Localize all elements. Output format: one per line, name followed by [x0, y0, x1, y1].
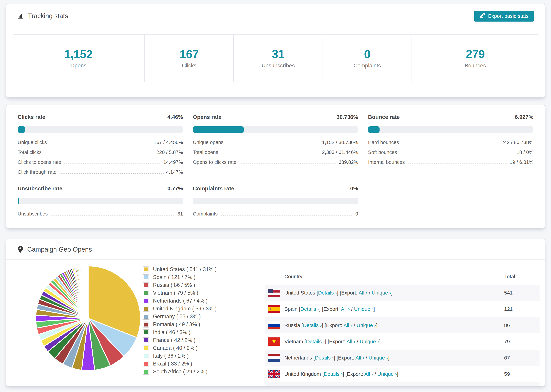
country-flag-nl — [268, 354, 280, 362]
stat-label: Unsubscribes — [262, 63, 295, 69]
legend-item[interactable]: Italy ( 36 / 2% ) — [143, 353, 249, 359]
legend-item[interactable]: South Africa ( 29 / 2% ) — [143, 369, 249, 375]
legend-item[interactable]: Vietnam ( 79 / 5% ) — [143, 290, 249, 296]
export-unique-link[interactable]: Unique › — [372, 290, 391, 295]
legend-item[interactable]: Spain ( 121 / 7% ) — [143, 274, 249, 280]
tracking-stats-card: Tracking stats Export basic stats 1,152O… — [6, 4, 545, 98]
row-value: 31 — [177, 211, 183, 217]
legend-item[interactable]: United States ( 541 / 31% ) — [143, 266, 249, 273]
rate-rows: Unsubscribes31 — [18, 211, 183, 221]
progress-fill — [18, 198, 19, 204]
export-all-link[interactable]: All › — [364, 371, 373, 377]
legend-item[interactable]: India ( 46 / 3% ) — [143, 329, 249, 335]
country-name: Vietnam — [284, 339, 304, 344]
row-value: 0 — [355, 211, 358, 217]
legend-label: United Kingdom ( 59 / 3% ) — [153, 306, 217, 312]
legend-label: South Africa ( 29 / 2% ) — [153, 369, 208, 375]
export-all-link[interactable]: All › — [343, 322, 352, 328]
row-label: Unique clicks — [18, 140, 47, 145]
export-icon — [480, 13, 485, 20]
export-all-link[interactable]: All › — [355, 355, 364, 361]
dotted-leader — [60, 173, 164, 174]
table-row-us: United States [Details ›] [Export: All ›… — [265, 285, 540, 301]
country-row-text: Vietnam [Details ›] [Export: All › / Uni… — [284, 339, 380, 344]
row-label: Total clicks — [18, 149, 42, 155]
geo-legend: United States ( 541 / 31% )Spain ( 121 /… — [143, 266, 249, 377]
total-value: 86 — [504, 317, 540, 333]
rate-rows: Unique clicks167 / 4.456%Total clicks220… — [18, 140, 183, 179]
country-flag-us — [268, 289, 280, 297]
pie-slice-other[interactable] — [88, 266, 88, 318]
export-unique-link[interactable]: Unique › — [360, 339, 379, 344]
country-name: United Kingdom — [284, 371, 322, 377]
country-name: Spain — [284, 306, 299, 312]
export-all-link[interactable]: All › — [359, 290, 367, 295]
stat-row: Internal bounces19 / 6.81% — [368, 159, 533, 169]
row-value: 4.147% — [166, 169, 183, 175]
dotted-leader — [221, 215, 353, 216]
details-link[interactable]: Details › — [306, 339, 325, 344]
export-unique-link[interactable]: Unique › — [357, 322, 376, 328]
stat-label: Clicks — [182, 63, 197, 69]
rate-rows: Unique opens1,152 / 30.736%Total opens2,… — [193, 140, 358, 169]
legend-item[interactable]: Netherlands ( 67 / 4% ) — [143, 298, 249, 304]
legend-item[interactable]: Germany ( 55 / 3% ) — [143, 314, 249, 320]
row-value: 1,152 / 30.736% — [322, 140, 358, 145]
legend-item[interactable]: France ( 42 / 2% ) — [143, 337, 249, 343]
rate-head: Complaints rate0% — [193, 185, 358, 192]
details-link[interactable]: Details › — [303, 322, 322, 328]
row-label: Unique opens — [193, 140, 224, 145]
stat-cell-opens: 1,152Opens — [12, 35, 145, 82]
country-cell: Spain [Details ›] [Export: All › / Uniqu… — [265, 301, 504, 317]
country-cell: Russia [Details ›] [Export: All › / Uniq… — [265, 317, 504, 333]
export-unique-link[interactable]: Unique › — [369, 355, 388, 361]
export-basic-stats-button[interactable]: Export basic stats — [474, 11, 534, 21]
legend-swatch — [143, 337, 149, 343]
dotted-leader — [408, 163, 507, 164]
legend-label: France ( 42 / 2% ) — [153, 337, 195, 343]
row-label: Internal bounces — [368, 159, 405, 165]
stat-cell-unsubscribes: 31Unsubscribes — [234, 35, 323, 82]
legend-swatch — [143, 274, 149, 280]
progress-bar — [18, 126, 183, 133]
export-all-link[interactable]: All › — [341, 306, 350, 312]
country-flag-de — [268, 386, 280, 386]
legend-item[interactable]: Romania ( 49 / 3% ) — [143, 321, 249, 328]
legend-item[interactable]: Canada ( 40 / 2% ) — [143, 345, 249, 351]
stat-row: Unsubscribes31 — [18, 211, 183, 221]
stat-cell-clicks: 167Clicks — [145, 35, 234, 82]
dotted-leader — [240, 163, 336, 164]
details-link[interactable]: Details › — [318, 290, 337, 295]
row-label: Unsubscribes — [18, 211, 48, 217]
table-row-nl: Netherlands [Details ›] [Export: All › /… — [265, 350, 540, 366]
total-value: 59 — [504, 366, 540, 382]
legend-label: India ( 46 / 3% ) — [153, 329, 191, 335]
total-value: 121 — [504, 301, 540, 317]
legend-item[interactable]: Russia ( 86 / 5% ) — [143, 282, 249, 288]
legend-swatch — [143, 322, 149, 328]
details-link[interactable]: Details › — [315, 355, 334, 361]
legend-item[interactable]: Brazil ( 33 / 2% ) — [143, 361, 249, 367]
stat-label: Complaints — [353, 63, 381, 69]
table-row-de: Germany [Details ›] [Export: All › / Uni… — [265, 382, 540, 386]
geo-pie-chart — [33, 264, 143, 374]
legend-label: Vietnam ( 79 / 5% ) — [153, 290, 198, 296]
progress-bar — [368, 126, 533, 133]
stat-value: 167 — [180, 47, 198, 61]
legend-item[interactable]: United Kingdom ( 59 / 3% ) — [143, 306, 249, 312]
row-value: 2,303 / 61.446% — [322, 149, 358, 155]
export-unique-link[interactable]: Unique › — [377, 371, 397, 377]
export-unique-link[interactable]: Unique › — [354, 306, 373, 312]
column-header-total: Total — [504, 268, 540, 285]
details-link[interactable]: Details › — [324, 371, 343, 377]
row-value: 14.497% — [163, 159, 183, 165]
stat-cell-bounces: 279Bounces — [412, 35, 539, 82]
details-link[interactable]: Details › — [300, 306, 319, 312]
legend-label: Russia ( 86 / 5% ) — [153, 282, 195, 288]
country-flag-vn — [268, 337, 280, 346]
export-all-link[interactable]: All › — [346, 339, 355, 344]
geo-body: United States ( 541 / 31% )Spain ( 121 /… — [6, 260, 545, 386]
geo-title-group: Campaign Geo Opens — [17, 245, 92, 253]
progress-fill — [368, 126, 380, 133]
legend-swatch — [143, 290, 149, 296]
